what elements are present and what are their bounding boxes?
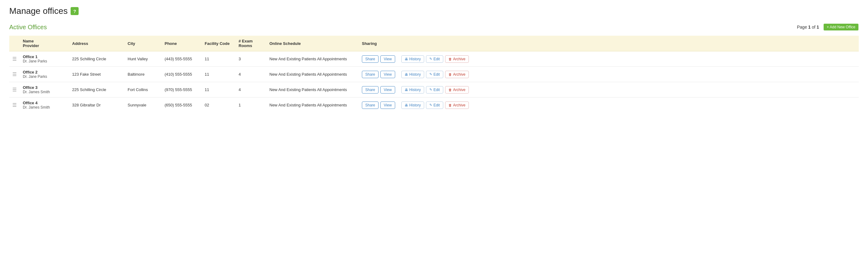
archive-button[interactable]: 🗑 Archive <box>445 71 469 78</box>
print-icon: 🖶 <box>405 88 408 92</box>
trash-icon: 🗑 <box>448 73 452 76</box>
edit-button[interactable]: ✎ Edit <box>426 71 443 78</box>
office-phone: (970) 555-5555 <box>161 82 202 98</box>
office-online-schedule: New And Existing Patients All Appointmen… <box>266 67 359 82</box>
office-name-cell: Office 4 Dr. James Smith <box>20 98 69 113</box>
office-sharing-cell: Share View <box>359 51 398 67</box>
table-row: ☰ Office 2 Dr. Jane Parks 123 Fake Stree… <box>9 67 859 82</box>
share-button[interactable]: Share <box>362 71 378 78</box>
col-header-phone: Phone <box>161 36 202 51</box>
edit-button[interactable]: ✎ Edit <box>426 102 443 109</box>
office-address: 123 Fake Street <box>69 67 125 82</box>
view-button[interactable]: View <box>380 102 395 109</box>
view-button[interactable]: View <box>380 56 395 63</box>
offices-table: Name Provider Address City Phone Facilit… <box>9 36 859 113</box>
office-sharing-cell: Share View <box>359 67 398 82</box>
office-exam-rooms: 1 <box>236 98 266 113</box>
office-name-cell: Office 2 Dr. Jane Parks <box>20 67 69 82</box>
pencil-icon: ✎ <box>429 57 432 61</box>
page-info: Page 1 of 1 <box>797 25 819 30</box>
office-exam-rooms: 4 <box>236 82 266 98</box>
history-button[interactable]: 🖶 History <box>401 71 424 78</box>
pencil-icon: ✎ <box>429 88 432 92</box>
table-header: Name Provider Address City Phone Facilit… <box>9 36 859 51</box>
office-city: Hunt Valley <box>125 51 161 67</box>
edit-button[interactable]: ✎ Edit <box>426 56 443 63</box>
office-name-cell: Office 3 Dr. James Smith <box>20 82 69 98</box>
page-header: Manage offices ? <box>9 6 859 16</box>
view-button[interactable]: View <box>380 86 395 94</box>
office-facility-code: 11 <box>202 51 236 67</box>
view-button[interactable]: View <box>380 71 395 78</box>
provider-name: Dr. James Smith <box>23 90 66 94</box>
col-header-actions <box>398 36 859 51</box>
trash-icon: 🗑 <box>448 88 452 92</box>
archive-button[interactable]: 🗑 Archive <box>445 102 469 109</box>
share-button[interactable]: Share <box>362 86 378 94</box>
office-phone: (650) 555-5555 <box>161 98 202 113</box>
office-name: Office 2 <box>23 70 66 74</box>
row-actions: 🖶 History ✎ Edit 🗑 Archive <box>401 71 856 78</box>
row-icon-cell: ☰ <box>9 98 20 113</box>
col-header-icon <box>9 36 20 51</box>
office-online-schedule: New And Existing Patients All Appointmen… <box>266 51 359 67</box>
table-row: ☰ Office 3 Dr. James Smith 225 Schilling… <box>9 82 859 98</box>
row-actions: 🖶 History ✎ Edit 🗑 Archive <box>401 56 856 63</box>
history-button[interactable]: 🖶 History <box>401 86 424 94</box>
office-exam-rooms: 4 <box>236 67 266 82</box>
office-online-schedule: New And Existing Patients All Appointmen… <box>266 98 359 113</box>
header-right: Page 1 of 1 + Add New Office <box>797 24 859 31</box>
office-sharing-cell: Share View <box>359 82 398 98</box>
list-icon: ☰ <box>12 56 17 62</box>
col-header-sharing: Sharing <box>359 36 398 51</box>
sharing-actions: Share View <box>362 86 395 94</box>
pencil-icon: ✎ <box>429 72 432 76</box>
col-header-online-schedule: Online Schedule <box>266 36 359 51</box>
row-icon-cell: ☰ <box>9 67 20 82</box>
col-header-city: City <box>125 36 161 51</box>
provider-name: Dr. James Smith <box>23 105 66 110</box>
sharing-actions: Share View <box>362 71 395 78</box>
print-icon: 🖶 <box>405 57 408 61</box>
office-facility-code: 11 <box>202 82 236 98</box>
office-phone: (410) 555-5555 <box>161 67 202 82</box>
edit-button[interactable]: ✎ Edit <box>426 86 443 94</box>
office-address: 328 Gibraltar Dr <box>69 98 125 113</box>
office-name: Office 4 <box>23 101 66 105</box>
col-header-address: Address <box>69 36 125 51</box>
office-sharing-cell: Share View <box>359 98 398 113</box>
col-header-name: Name Provider <box>20 36 69 51</box>
office-actions-cell: 🖶 History ✎ Edit 🗑 Archive <box>398 98 859 113</box>
sharing-actions: Share View <box>362 102 395 109</box>
print-icon: 🖶 <box>405 73 408 76</box>
office-actions-cell: 🖶 History ✎ Edit 🗑 Archive <box>398 82 859 98</box>
archive-button[interactable]: 🗑 Archive <box>445 86 469 94</box>
office-facility-code: 11 <box>202 67 236 82</box>
trash-icon: 🗑 <box>448 57 452 61</box>
office-address: 225 Schilling Circle <box>69 82 125 98</box>
share-button[interactable]: Share <box>362 56 378 63</box>
table-row: ☰ Office 1 Dr. Jane Parks 225 Schilling … <box>9 51 859 67</box>
print-icon: 🖶 <box>405 103 408 107</box>
share-button[interactable]: Share <box>362 102 378 109</box>
office-exam-rooms: 3 <box>236 51 266 67</box>
section-header: Active Offices Page 1 of 1 + Add New Off… <box>9 24 859 31</box>
office-city: Fort Collins <box>125 82 161 98</box>
page-title: Manage offices <box>9 6 67 16</box>
office-address: 225 Schilling Circle <box>69 51 125 67</box>
office-facility-code: 02 <box>202 98 236 113</box>
add-new-office-button[interactable]: + Add New Office <box>823 24 859 31</box>
trash-icon: 🗑 <box>448 103 452 107</box>
table-row: ☰ Office 4 Dr. James Smith 328 Gibraltar… <box>9 98 859 113</box>
help-icon[interactable]: ? <box>70 7 79 15</box>
office-city: Baltimore <box>125 67 161 82</box>
office-phone: (443) 555-5555 <box>161 51 202 67</box>
history-button[interactable]: 🖶 History <box>401 102 424 109</box>
archive-button[interactable]: 🗑 Archive <box>445 56 469 63</box>
office-name: Office 3 <box>23 85 66 90</box>
pencil-icon: ✎ <box>429 103 432 107</box>
list-icon: ☰ <box>12 103 17 108</box>
active-offices-title: Active Offices <box>9 24 47 31</box>
list-icon: ☰ <box>12 87 17 92</box>
history-button[interactable]: 🖶 History <box>401 56 424 63</box>
